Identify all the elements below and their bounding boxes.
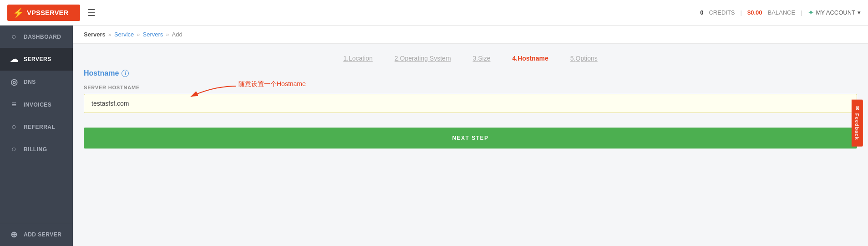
add-server-icon: ⊕ — [9, 230, 19, 240]
next-step-button[interactable]: NEXT STEP — [84, 128, 857, 149]
divider: | — [741, 9, 742, 16]
breadcrumb-current: Add — [172, 31, 183, 38]
sidebar-item-label: INVOICES — [24, 102, 51, 108]
sidebar-item-invoices[interactable]: ≡ INVOICES — [0, 93, 73, 116]
credits-label: CREDITS — [709, 9, 735, 16]
main-content: Servers » Service » Servers » Add 1.Loca… — [73, 26, 868, 246]
feedback-tab[interactable]: ✉ Feedback — [852, 100, 863, 147]
breadcrumb: Servers » Service » Servers » Add — [73, 26, 868, 44]
header: ⚡ VPSSERVER ☰ 0 CREDITS | $0.00 BALANCE … — [0, 0, 868, 26]
header-right: 0 CREDITS | $0.00 BALANCE | ✦ MY ACCOUNT… — [700, 8, 861, 17]
balance-amount: $0.00 — [747, 9, 762, 16]
sidebar-item-label: REFERRAL — [24, 124, 55, 130]
step-4-label: Hostname — [518, 55, 548, 62]
section-title-text: Hostname — [84, 69, 119, 77]
step-1-num: 1. — [343, 55, 349, 62]
menu-toggle-button[interactable]: ☰ — [87, 7, 96, 18]
sidebar-item-label: DASHBOARD — [24, 34, 61, 40]
sidebar-item-label: ADD SERVER — [24, 231, 61, 238]
logo[interactable]: ⚡ VPSSERVER — [7, 5, 80, 21]
breadcrumb-sep3: » — [166, 31, 169, 38]
chevron-down-icon: ▾ — [858, 9, 861, 16]
sidebar-item-billing[interactable]: ○ BILLING — [0, 138, 73, 160]
header-left: ⚡ VPSSERVER ☰ — [7, 5, 96, 21]
breadcrumb-root: Servers — [84, 31, 106, 38]
steps-navigation: 1.Location 2.Operating System 3.Size 4.H… — [73, 44, 868, 69]
step-5-num: 5. — [570, 55, 576, 62]
referral-icon: ○ — [9, 122, 19, 132]
invoices-icon: ≡ — [9, 100, 19, 109]
servers-icon: ☁ — [9, 54, 19, 64]
balance-label: BALANCE — [767, 9, 795, 16]
sidebar-item-label: DNS — [24, 79, 36, 85]
sidebar: ○ DASHBOARD ☁ SERVERS ◎ DNS ≡ INVOICES ○… — [0, 26, 73, 246]
gear-icon: ✦ — [808, 8, 814, 17]
sidebar-item-servers[interactable]: ☁ SERVERS — [0, 48, 73, 71]
sidebar-item-label: BILLING — [24, 146, 47, 153]
step-size[interactable]: 3.Size — [473, 55, 491, 62]
logo-icon: ⚡ — [13, 7, 24, 18]
annotation-arrow — [154, 84, 239, 101]
sidebar-item-dns[interactable]: ◎ DNS — [0, 71, 73, 93]
feedback-label: Feedback — [855, 113, 860, 140]
sidebar-item-dashboard[interactable]: ○ DASHBOARD — [0, 26, 73, 48]
divider2: | — [801, 9, 802, 16]
step-1-label: Location — [349, 55, 373, 62]
sidebar-item-referral[interactable]: ○ REFERRAL — [0, 116, 73, 138]
layout: ○ DASHBOARD ☁ SERVERS ◎ DNS ≡ INVOICES ○… — [0, 26, 868, 246]
breadcrumb-sep2: » — [137, 31, 140, 38]
my-account-label: MY ACCOUNT — [816, 9, 855, 16]
info-icon[interactable]: i — [122, 70, 129, 77]
step-2-num: 2. — [395, 55, 400, 62]
step-5-label: Options — [576, 55, 598, 62]
step-location[interactable]: 1.Location — [343, 55, 373, 62]
section-title: Hostname i — [84, 69, 857, 77]
breadcrumb-sep1: » — [108, 31, 112, 38]
annotation-text: 随意设置一个Hostname — [239, 80, 306, 88]
step-2-label: Operating System — [400, 55, 451, 62]
hostname-input-row: 随意设置一个Hostname — [84, 94, 857, 113]
logo-text: VPSSERVER — [27, 9, 68, 16]
feedback-icon: ✉ — [854, 106, 860, 111]
sidebar-item-label: SERVERS — [24, 56, 51, 62]
step-hostname: 4.Hostname — [512, 55, 548, 62]
step-3-label: Size — [478, 55, 490, 62]
dns-icon: ◎ — [9, 77, 19, 87]
credits-count: 0 — [700, 9, 703, 16]
sidebar-item-add-server[interactable]: ⊕ ADD SERVER — [0, 223, 73, 246]
dashboard-icon: ○ — [9, 32, 19, 41]
breadcrumb-service-link[interactable]: Service — [114, 31, 134, 38]
billing-icon: ○ — [9, 144, 19, 154]
step-3-num: 3. — [473, 55, 478, 62]
step-options[interactable]: 5.Options — [570, 55, 598, 62]
my-account-button[interactable]: ✦ MY ACCOUNT ▾ — [808, 8, 861, 17]
step-4-num: 4. — [512, 55, 518, 62]
breadcrumb-servers-link[interactable]: Servers — [143, 31, 163, 38]
step-os[interactable]: 2.Operating System — [395, 55, 451, 62]
form-content: Hostname i SERVER HOSTNAME 随意设置一个Hostnam… — [73, 69, 868, 159]
